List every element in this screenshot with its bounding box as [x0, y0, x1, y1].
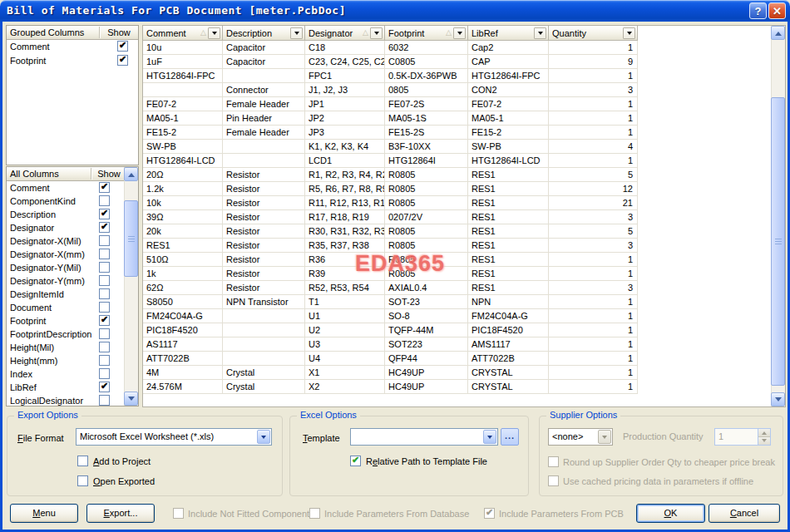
- export-button[interactable]: Export...: [86, 504, 155, 523]
- list-item[interactable]: Footprint: [7, 314, 125, 328]
- add-to-project-checkbox[interactable]: [77, 456, 88, 466]
- show-checkbox[interactable]: [99, 355, 110, 366]
- table-row[interactable]: FE15-2Female HeaderJP3FE15-2SFE15-21: [143, 126, 638, 140]
- show-checkbox[interactable]: [99, 275, 110, 286]
- show-checkbox[interactable]: [99, 288, 110, 299]
- column-header-quantity[interactable]: Quantity: [549, 26, 638, 41]
- list-item[interactable]: Designator-X(mm): [7, 248, 125, 261]
- table-row[interactable]: 1.2kResistorR5, R6, R7, R8, R9,R0805RES1…: [143, 182, 638, 196]
- table-row[interactable]: HTG12864I-LCDLCD1HTG12864IHTG12864I-LCD1: [143, 154, 638, 168]
- show-checkbox[interactable]: [99, 262, 110, 273]
- list-item[interactable]: DesignItemId: [7, 288, 125, 301]
- table-row[interactable]: FM24C04A-GU1SO-8FM24C04A-G1: [143, 309, 638, 323]
- ok-button[interactable]: OK: [636, 504, 705, 523]
- list-item[interactable]: Index: [7, 367, 125, 381]
- table-row[interactable]: SW-PBK1, K2, K3, K4B3F-10XXSW-PB4: [143, 140, 638, 154]
- show-checkbox[interactable]: [117, 41, 128, 52]
- list-item[interactable]: ComponentKind: [7, 195, 125, 208]
- table-row[interactable]: ConnectorJ1, J2, J30805CON23: [143, 83, 638, 97]
- column-header-description[interactable]: Description: [223, 26, 305, 41]
- table-row[interactable]: FE07-2Female HeaderJP1FE07-2SFE07-21: [143, 97, 638, 111]
- cell: 1: [549, 69, 638, 83]
- table-row[interactable]: 1uFCapacitorC23, C24, C25, C26,C0805CAP9: [143, 55, 638, 69]
- column-header-designator[interactable]: Designator△: [305, 26, 385, 41]
- show-checkbox[interactable]: [99, 328, 110, 339]
- list-item[interactable]: FootprintDescription: [7, 328, 125, 341]
- scroll-down-icon[interactable]: [771, 392, 785, 406]
- table-row[interactable]: 10kResistorR11, R12, R13, R14R0805RES121: [143, 196, 638, 210]
- table-row[interactable]: ATT7022BU4QFP44ATT7022B1: [143, 352, 638, 366]
- filter-dropdown-icon[interactable]: [290, 27, 303, 39]
- menu-button[interactable]: Menu: [10, 504, 78, 523]
- relative-path-checkbox[interactable]: [350, 456, 361, 466]
- column-header-comment[interactable]: Comment△: [143, 26, 223, 41]
- all-columns-header[interactable]: All Columns Show: [7, 167, 138, 181]
- grouped-columns-header[interactable]: Grouped Columns Show: [7, 26, 138, 40]
- all-columns-scrollbar[interactable]: [124, 167, 138, 406]
- table-row[interactable]: 62ΩResistorR52, R53, R54AXIAL0.4RES13: [143, 281, 638, 295]
- show-checkbox[interactable]: [99, 302, 110, 313]
- table-row[interactable]: 24.576MCrystalX2HC49UPCRYSTAL1: [143, 380, 638, 394]
- show-checkbox[interactable]: [99, 249, 110, 259]
- scroll-up-icon[interactable]: [124, 167, 138, 181]
- scrollbar-thumb[interactable]: [124, 200, 138, 277]
- browse-button[interactable]: ...: [501, 428, 519, 446]
- table-row[interactable]: 20ΩResistorR1, R2, R3, R4, R2R0805RES15: [143, 168, 638, 182]
- show-checkbox[interactable]: [99, 395, 110, 406]
- titlebar[interactable]: Bill of Materials For PCB Document [mete…: [0, 0, 790, 22]
- table-row[interactable]: 39ΩResistorR17, R18, R190207/2VRES13: [143, 210, 638, 224]
- filter-dropdown-icon[interactable]: [534, 27, 546, 39]
- filter-dropdown-icon[interactable]: [208, 27, 220, 39]
- show-checkbox[interactable]: [99, 342, 110, 352]
- show-checkbox[interactable]: [99, 382, 110, 392]
- table-row[interactable]: 10uCapacitorC186032Cap21: [143, 41, 638, 55]
- list-item[interactable]: Height(Mil): [7, 341, 125, 354]
- show-checkbox[interactable]: [99, 182, 110, 193]
- show-checkbox[interactable]: [99, 209, 110, 219]
- list-item[interactable]: Description: [7, 208, 125, 221]
- open-exported-checkbox[interactable]: [77, 475, 88, 486]
- list-item[interactable]: Document: [7, 301, 125, 314]
- filter-dropdown-icon[interactable]: [370, 27, 383, 39]
- cancel-button[interactable]: Cancel: [709, 504, 780, 523]
- scrollbar-thumb[interactable]: [771, 97, 785, 386]
- show-checkbox[interactable]: [99, 315, 110, 326]
- table-row[interactable]: AS1117U3SOT223AMS11171: [143, 337, 638, 352]
- list-item[interactable]: LogicalDesignator: [7, 394, 125, 406]
- help-button[interactable]: ?: [749, 2, 767, 19]
- bom-table-scrollbar[interactable]: [771, 26, 785, 406]
- cell: R1, R2, R3, R4, R2: [305, 168, 385, 182]
- table-row[interactable]: S8050NPN TransistorT1SOT-23NPN1: [143, 295, 638, 309]
- show-checkbox[interactable]: [99, 222, 110, 233]
- show-checkbox[interactable]: [99, 235, 110, 246]
- list-item[interactable]: LibRef: [7, 381, 125, 394]
- chevron-down-icon[interactable]: [483, 430, 496, 444]
- column-header-libref[interactable]: LibRef: [468, 26, 549, 41]
- show-checkbox[interactable]: [99, 195, 110, 206]
- table-row[interactable]: HTG12864I-FPCFPC10.5K-DX-36PWBHTG12864I-…: [143, 69, 638, 83]
- table-row[interactable]: MA05-1Pin HeaderJP2MA05-1SMA05-11: [143, 111, 638, 126]
- chevron-down-icon[interactable]: [257, 430, 270, 444]
- list-item[interactable]: Designator: [7, 221, 125, 234]
- list-item[interactable]: Footprint: [7, 54, 138, 68]
- scroll-up-icon[interactable]: [771, 26, 785, 40]
- list-item[interactable]: Designator-X(Mil): [7, 234, 125, 248]
- table-row[interactable]: 20kResistorR30, R31, R32, R33R0805RES15: [143, 224, 638, 239]
- filter-dropdown-icon[interactable]: [453, 27, 466, 39]
- show-checkbox[interactable]: [117, 55, 128, 66]
- scroll-down-icon[interactable]: [124, 392, 138, 406]
- column-header-footprint[interactable]: Footprint△: [385, 26, 468, 41]
- table-row[interactable]: PIC18F4520U2TQFP-44MPIC18F45201: [143, 323, 638, 337]
- list-item[interactable]: Height(mm): [7, 354, 125, 367]
- filter-dropdown-icon[interactable]: [623, 27, 635, 39]
- show-checkbox[interactable]: [99, 368, 110, 379]
- list-item[interactable]: Comment: [7, 40, 138, 54]
- list-item[interactable]: Designator-Y(mm): [7, 274, 125, 288]
- close-button[interactable]: ✕: [768, 2, 786, 19]
- list-item[interactable]: Comment: [7, 181, 125, 195]
- template-select[interactable]: [350, 428, 498, 446]
- file-format-select[interactable]: Microsoft Excel Worksheet (*.xls): [76, 428, 272, 446]
- table-row[interactable]: 4MCrystalX1HC49UPCRYSTAL1: [143, 366, 638, 380]
- supplier-select[interactable]: <none>: [548, 428, 613, 446]
- list-item[interactable]: Designator-Y(Mil): [7, 261, 125, 274]
